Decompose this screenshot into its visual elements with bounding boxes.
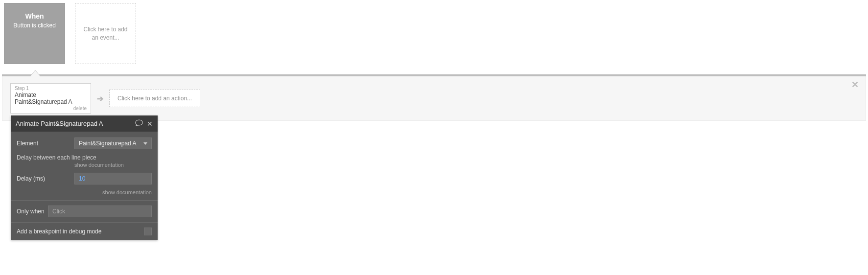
delay-input[interactable]	[74, 173, 152, 184]
step-number-label: Step 1	[15, 86, 87, 91]
delay-row: Delay (ms)	[17, 173, 152, 184]
panel-divider	[11, 200, 158, 201]
element-dropdown-value: Paint&Signaturepad A	[79, 140, 136, 147]
only-when-input[interactable]	[48, 206, 152, 217]
property-panel-footer: Add a breakpoint in debug mode	[11, 222, 158, 240]
add-action-text: Click here to add an action...	[117, 95, 192, 102]
element-dropdown[interactable]: Paint&Signaturepad A	[74, 138, 152, 149]
only-when-row: Only when	[17, 206, 152, 217]
when-label: When	[25, 12, 44, 20]
arrow-right-icon: ➔	[97, 94, 103, 103]
breakpoint-label: Add a breakpoint in debug mode	[17, 228, 144, 235]
close-panel-icon[interactable]: ✕	[147, 120, 153, 128]
event-card-when[interactable]: When Button is clicked	[4, 3, 65, 64]
comment-icon[interactable]	[135, 119, 143, 128]
property-panel-title: Animate Paint&Signaturepad A	[16, 120, 131, 127]
events-row: When Button is clicked Click here to add…	[0, 0, 868, 64]
add-action-card[interactable]: Click here to add an action...	[109, 90, 200, 107]
property-panel: Animate Paint&Signaturepad A ✕ Element P…	[11, 115, 158, 240]
add-event-text: Click here to add an event...	[83, 25, 128, 42]
step-delete-link[interactable]: delete	[15, 106, 87, 111]
chevron-down-icon	[143, 142, 147, 145]
show-documentation-link-2[interactable]: show documentation	[17, 189, 152, 195]
property-panel-body: Element Paint&Signaturepad A Delay betwe…	[11, 132, 158, 222]
step-card-1[interactable]: Step 1 Animate Paint&Signaturepad A dele…	[10, 83, 91, 114]
delay-section-note: Delay between each line piece	[17, 154, 152, 161]
close-actions-icon[interactable]: ✕	[851, 79, 859, 90]
element-label: Element	[17, 140, 74, 147]
element-row: Element Paint&Signaturepad A	[17, 138, 152, 149]
property-panel-header[interactable]: Animate Paint&Signaturepad A ✕	[11, 115, 158, 132]
event-condition: Button is clicked	[13, 22, 56, 29]
actions-strip: Step 1 Animate Paint&Signaturepad A dele…	[2, 76, 866, 121]
step-title: Animate Paint&Signaturepad A	[15, 92, 87, 105]
selected-event-pointer	[30, 70, 40, 76]
add-event-card[interactable]: Click here to add an event...	[75, 3, 136, 64]
delay-label: Delay (ms)	[17, 175, 74, 182]
breakpoint-checkbox[interactable]	[144, 228, 152, 235]
show-documentation-link-1[interactable]: show documentation	[17, 162, 152, 168]
